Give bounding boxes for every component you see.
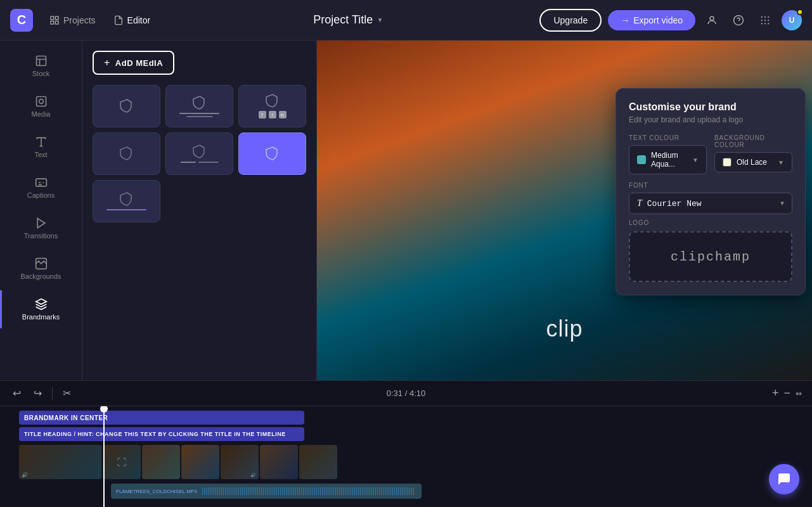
avatar-badge: [797, 9, 803, 15]
template-card-6[interactable]: [238, 132, 306, 175]
text-lines: [181, 162, 219, 163]
svg-point-15: [768, 23, 769, 24]
fit-button[interactable]: ⇔: [796, 389, 802, 398]
logo-text-display: clipchamp: [671, 250, 751, 264]
svg-point-7: [761, 16, 763, 17]
chat-icon: [777, 472, 792, 487]
video-track: 🔊 🔊: [19, 443, 812, 481]
svg-rect-17: [36, 97, 46, 106]
projects-icon: [49, 15, 60, 25]
video-thumb-5[interactable]: 🔊: [221, 445, 259, 479]
chevron-down-icon: ▼: [377, 16, 383, 23]
nav-projects[interactable]: Projects: [43, 11, 102, 29]
shield-icon-3: [265, 93, 280, 108]
template-card-7[interactable]: [93, 180, 160, 222]
shield-icon-6: [265, 146, 280, 161]
undo-button[interactable]: ↩: [10, 385, 23, 402]
title-clip[interactable]: TITLE HEADING / HINT: CHANGE THIS TEXT B…: [19, 427, 304, 441]
project-title[interactable]: Project Title ▼: [313, 13, 383, 27]
zoom-out-button[interactable]: −: [783, 387, 790, 400]
scissors-button[interactable]: ✂: [60, 385, 74, 402]
add-media-button[interactable]: + AdD MEdIA: [93, 51, 174, 75]
avatar[interactable]: U: [782, 10, 802, 30]
customise-brand-panel: Customise your brand Edit your brand and…: [615, 88, 806, 295]
font-label: FONT: [629, 182, 792, 189]
customise-subtitle: Edit your brand and upload a logo: [629, 115, 792, 124]
sidebar-item-captions[interactable]: Captions: [5, 169, 77, 207]
app-logo[interactable]: C: [10, 9, 33, 32]
svg-point-9: [768, 16, 769, 17]
shield-icon-2: [192, 95, 207, 110]
logo-section: LOGO clipchamp: [629, 219, 792, 282]
sidebar-item-media[interactable]: Media: [5, 87, 77, 125]
topbar-center: Project Title ▼: [157, 13, 539, 27]
transitions-icon: [35, 217, 48, 229]
shield-icon-5: [192, 144, 207, 159]
font-select[interactable]: T Courier New ▼: [629, 193, 792, 214]
help-icon[interactable]: [728, 10, 749, 30]
text-icon: [35, 136, 48, 148]
video-thumb-6[interactable]: [260, 445, 298, 479]
video-thumb-1[interactable]: 🔊: [19, 445, 101, 479]
svg-point-14: [764, 23, 766, 24]
svg-point-10: [761, 19, 763, 20]
white-color-swatch: [723, 158, 731, 167]
template-card-3[interactable]: f t in: [238, 85, 306, 127]
sidebar: Stock Media Text Captions Transitions Ba…: [0, 41, 82, 380]
nav-editor[interactable]: Editor: [107, 11, 157, 29]
svg-rect-1: [55, 16, 58, 20]
bg-colour-select[interactable]: Old Lace ▼: [714, 152, 792, 172]
stock-icon: [35, 55, 48, 67]
sidebar-item-stock[interactable]: Stock: [5, 47, 77, 85]
audio-track: FLAMETREES_COLDCHISEL.MP3: [111, 481, 812, 501]
template-card-2[interactable]: [165, 85, 233, 127]
sidebar-item-transitions[interactable]: Transitions: [5, 209, 77, 247]
export-button[interactable]: → Export video: [608, 10, 695, 30]
brandmark-track: BRANDMARK IN CENTER: [0, 410, 812, 425]
svg-rect-2: [51, 21, 54, 24]
line-short-1: [181, 162, 196, 163]
audio-clip[interactable]: FLAMETREES_COLDCHISEL.MP3: [111, 484, 422, 499]
captions-icon: [35, 176, 48, 189]
video-thumb-4[interactable]: [181, 445, 219, 479]
audio-waveform: [202, 487, 414, 495]
timeline-content: BRANDMARK IN CENTER TITLE HEADING / HINT…: [0, 406, 812, 507]
account-icon[interactable]: [702, 10, 722, 30]
brandmarks-icon: [35, 298, 48, 311]
zoom-in-button[interactable]: +: [772, 387, 779, 400]
logo-upload-area[interactable]: clipchamp: [629, 231, 792, 282]
brandmark-clip[interactable]: BRANDMARK IN CENTER: [19, 411, 304, 425]
media-panel: + AdD MEdIA f t in: [82, 41, 317, 380]
video-area: clip Customise your brand Edit your bran…: [317, 41, 812, 380]
shield-icon-4: [119, 146, 134, 161]
template-card-5[interactable]: [165, 132, 233, 175]
timeline-controls: ↩ ↪ ✂ 0:31 / 4:10 + − ⇔: [0, 381, 812, 406]
video-thumb-3[interactable]: [142, 445, 180, 479]
apps-icon: [759, 15, 771, 26]
sidebar-item-text[interactable]: Text: [5, 128, 77, 166]
text-colour-select[interactable]: Medium Aqua... ▼: [629, 145, 707, 174]
thumb-vol-icon: 🔊: [22, 472, 28, 478]
grid-icon[interactable]: [755, 10, 775, 30]
svg-rect-16: [36, 56, 46, 66]
video-thumb-2[interactable]: [103, 445, 141, 479]
chat-button[interactable]: [769, 464, 799, 494]
avatar-letter: U: [789, 16, 795, 25]
redo-button[interactable]: ↪: [31, 385, 44, 402]
title-track: TITLE HEADING / HINT: CHANGE THIS TEXT B…: [0, 427, 812, 442]
logo-label: LOGO: [629, 219, 792, 226]
plus-icon: +: [104, 57, 110, 68]
sidebar-item-brandmarks[interactable]: Brandmarks: [0, 290, 77, 328]
svg-point-8: [764, 16, 766, 17]
sidebar-item-backgrounds[interactable]: Backgrounds: [5, 250, 77, 288]
dropdown-chevron-2: ▼: [778, 159, 784, 166]
expand-icon: [117, 457, 127, 467]
template-card-1[interactable]: [93, 85, 160, 127]
video-thumb-7[interactable]: [299, 445, 337, 479]
question-icon: [733, 15, 744, 26]
template-grid: f t in: [93, 85, 306, 222]
social-icons-row: f t in: [259, 111, 287, 119]
template-card-4[interactable]: [93, 132, 160, 175]
upgrade-button[interactable]: Upgrade: [539, 9, 602, 32]
playhead[interactable]: [103, 406, 105, 507]
